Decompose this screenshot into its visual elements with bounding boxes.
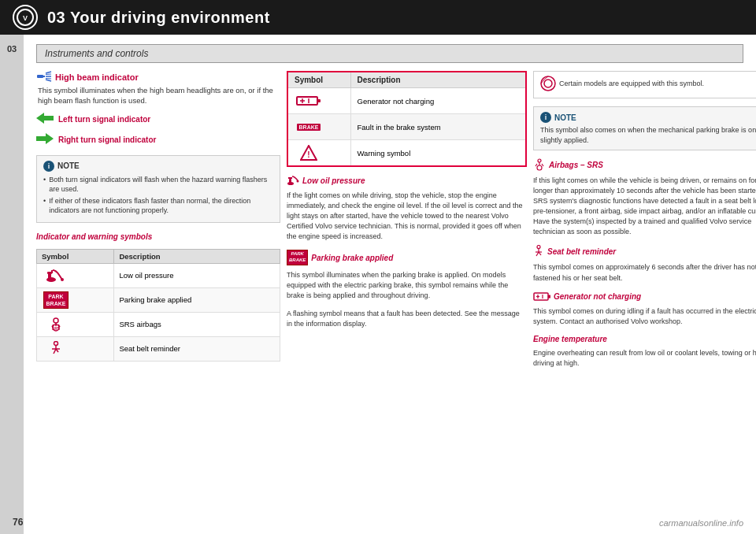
gen-charging-title: Generator not charging xyxy=(533,291,756,302)
svg-rect-20 xyxy=(297,97,317,105)
page-wrapper: V 03 Your driving environment 03 Instrum… xyxy=(0,0,756,534)
brake-desc: Fault in the brake system xyxy=(350,114,526,140)
content-area: Instruments and controls xyxy=(24,35,756,534)
warning-symbol-cell: ! xyxy=(287,140,350,167)
right-turn-block: Right turn signal indicator xyxy=(36,133,280,147)
mid-symbol-table: Symbol Description xyxy=(287,71,527,167)
seatbelt-symbol-cell xyxy=(37,336,114,361)
left-table-desc-header: Description xyxy=(114,249,280,263)
park-brake-desc: Parking brake applied xyxy=(114,287,280,312)
left-sidebar: 03 xyxy=(0,35,24,534)
section-header: Instruments and controls xyxy=(36,44,743,63)
bullet-1: • xyxy=(43,175,46,195)
top-bar: V 03 Your driving environment xyxy=(0,0,756,35)
right-turn-label: Right turn signal indicator xyxy=(58,135,156,144)
svg-rect-38 xyxy=(548,295,550,298)
battery-icon-right xyxy=(533,291,550,302)
oil-symbol-cell xyxy=(37,263,114,287)
high-beam-icon xyxy=(36,71,52,83)
left-column: High beam indicator This symbol illumina… xyxy=(36,71,280,528)
park-brake-icon: PARKBRAKE xyxy=(42,291,70,309)
svg-rect-21 xyxy=(317,99,321,102)
svg-rect-37 xyxy=(534,293,548,300)
svg-point-31 xyxy=(541,76,555,91)
mid-desc-header: Description xyxy=(350,72,526,88)
table-row: Generator not charging xyxy=(287,88,526,114)
right-note-box: i NOTE This symbol also comes on when th… xyxy=(533,106,756,150)
gen-charging-body: This symbol comes on during idling if a … xyxy=(533,306,756,327)
three-col-layout: High beam indicator This symbol illumina… xyxy=(36,71,743,528)
left-turn-label: Left turn signal indicator xyxy=(58,115,150,124)
gen-charging-desc: Generator not charging xyxy=(350,88,526,114)
warning-desc: Warning symbol xyxy=(350,140,526,167)
battery-icon xyxy=(295,92,323,109)
battery-symbol-cell xyxy=(287,88,350,114)
svg-rect-12 xyxy=(48,273,51,280)
svg-point-15 xyxy=(61,278,64,281)
park-brake-symbol-cell: PARKBRAKE xyxy=(37,287,114,312)
svg-point-35 xyxy=(537,246,540,249)
turn-signal-note: i NOTE • Both turn signal indicators wil… xyxy=(36,155,280,223)
left-turn-block: Left turn signal indicator xyxy=(36,113,280,127)
parking-brake-body: This symbol illuminates when the parking… xyxy=(287,270,527,301)
oil-icon-small xyxy=(287,175,299,186)
svg-point-33 xyxy=(538,159,541,162)
svg-rect-3 xyxy=(43,76,45,77)
page-title: 03 Your driving environment xyxy=(47,9,270,27)
svg-rect-29 xyxy=(288,177,292,179)
svg-marker-9 xyxy=(36,113,54,124)
page-number: 76 xyxy=(13,517,23,528)
high-beam-body: This symbol illuminates when the high be… xyxy=(38,85,280,106)
brake-symbol-cell: BRAKE xyxy=(287,114,350,140)
left-arrow-icon xyxy=(36,113,54,127)
high-beam-block: High beam indicator This symbol illumina… xyxy=(36,71,280,106)
bullet-2: • xyxy=(43,196,46,216)
svg-point-30 xyxy=(297,180,299,183)
right-note-title: i NOTE xyxy=(540,112,756,123)
svg-point-19 xyxy=(54,341,58,345)
table-row: Low oil pressure xyxy=(37,263,280,287)
some-cars-icon xyxy=(540,76,556,91)
svg-point-32 xyxy=(544,80,552,87)
svg-text:!: ! xyxy=(307,150,309,159)
airbag-title: Airbags – SRS xyxy=(533,158,756,171)
right-arrow-icon xyxy=(36,133,54,147)
some-cars-text: Certain models are equipped with this sy… xyxy=(559,79,704,89)
engine-temp-body: Engine overheating can result from low o… xyxy=(533,348,756,369)
srs-desc: SRS airbags xyxy=(114,312,280,336)
svg-marker-10 xyxy=(36,133,54,144)
chapter-number: 03 xyxy=(7,44,17,54)
table-row: ! Warning symbol xyxy=(287,140,526,167)
indicator-warning-title: Indicator and warning symbols xyxy=(36,232,280,241)
note-content: • Both turn signal indicators will flash… xyxy=(43,175,273,216)
seatbelt-title: Seat belt reminder xyxy=(533,245,756,258)
right-note-body: This symbol also comes on when the mecha… xyxy=(540,125,756,145)
high-beam-title: High beam indicator xyxy=(36,71,280,83)
info-icon: i xyxy=(43,161,54,172)
seatbelt-icon-right xyxy=(533,245,544,258)
svg-line-6 xyxy=(46,80,51,81)
right-column: Certain models are equipped with this sy… xyxy=(533,71,756,528)
high-beam-label: High beam indicator xyxy=(55,72,139,82)
some-cars-note: Certain models are equipped with this sy… xyxy=(533,71,756,98)
note-item-1: • Both turn signal indicators will flash… xyxy=(43,175,273,195)
park-brake-badge: PARKBRAKE xyxy=(287,250,308,265)
brake-icon: BRAKE xyxy=(295,118,323,135)
mid-sym-header: Symbol xyxy=(287,72,350,88)
svg-text:V: V xyxy=(23,14,28,22)
seatbelt-body: This symbol comes on approximately 6 sec… xyxy=(533,262,756,283)
oil-desc: Low oil pressure xyxy=(114,263,280,287)
svg-line-5 xyxy=(46,72,51,73)
low-oil-title: Low oil pressure xyxy=(287,175,527,186)
fault-detected-body: A flashing symbol means that a fault has… xyxy=(287,309,527,329)
airbag-icon xyxy=(533,158,546,171)
note-item-2: • If either of these indicators flash fa… xyxy=(43,196,273,216)
volvo-logo: V xyxy=(13,5,38,30)
table-row: SRS SRS airbags xyxy=(37,312,280,336)
middle-column: Symbol Description xyxy=(287,71,527,528)
info-icon-right: i xyxy=(540,112,551,123)
table-row: Seat belt reminder xyxy=(37,336,280,361)
svg-rect-2 xyxy=(37,75,43,78)
warning-triangle-icon: ! xyxy=(295,144,323,161)
table-row: PARKBRAKE Parking brake applied xyxy=(37,287,280,312)
